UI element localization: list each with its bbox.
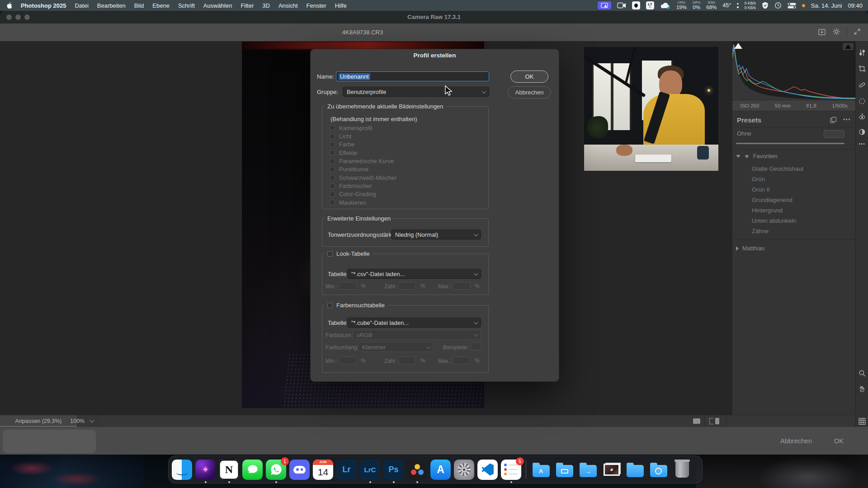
zoom-level[interactable]: 100% (67, 415, 88, 427)
dock-app-store[interactable]: A (430, 460, 451, 480)
ok-button[interactable]: OK (510, 70, 548, 83)
preset-item[interactable]: Glatte Gesichtshaut (752, 165, 803, 172)
tone-mapping-select[interactable]: Niedrig (Normal) (391, 230, 481, 239)
menu-item-3d[interactable]: 3D (262, 2, 270, 9)
creative-cloud-icon[interactable] (660, 2, 670, 9)
edit-sliders-icon[interactable] (858, 49, 866, 56)
calendar-month: JUN (313, 460, 333, 465)
save-image-icon[interactable] (818, 28, 826, 36)
bw-adjust-icon[interactable] (859, 128, 866, 136)
screen-share-icon[interactable] (598, 1, 611, 9)
red-eye-tool-icon[interactable] (859, 113, 866, 120)
look-table-checkbox[interactable] (327, 251, 333, 257)
dock-photos-stack[interactable]: ◆ (601, 460, 622, 480)
preset-item[interactable]: Hintergrund (752, 207, 783, 214)
fullscreen-icon[interactable] (854, 28, 861, 35)
dock-plain-folder[interactable] (625, 460, 645, 480)
preset-amount-box[interactable] (824, 130, 844, 138)
single-view-icon[interactable] (693, 418, 700, 424)
crop-tool-icon[interactable] (859, 65, 866, 72)
dock-calendar[interactable]: JUN 14 (313, 460, 333, 480)
hand-tool-icon[interactable] (859, 385, 866, 392)
menu-item-bild[interactable]: Bild (134, 2, 144, 9)
dock-notion[interactable]: N (219, 460, 239, 480)
menu-item-fenster[interactable]: Fenster (307, 2, 326, 9)
cancel-button[interactable]: Abbrechen (508, 86, 551, 99)
ok-button-footer[interactable]: OK (834, 427, 844, 455)
preset-none-label[interactable]: Ohne (737, 130, 751, 137)
dock-reminders[interactable]: 5 (501, 460, 521, 480)
menu-time[interactable]: 09:40 (848, 2, 863, 9)
view-mode-selector[interactable]: Anpassen (29,3%) (0, 415, 77, 427)
dock-discord[interactable] (289, 460, 310, 480)
menu-item-ebene[interactable]: Ebene (152, 2, 170, 9)
temperature-stat[interactable]: 45° (722, 2, 731, 9)
zoom-chevron-icon[interactable] (90, 418, 94, 422)
ssd-stat[interactable]: SSD68% (706, 1, 717, 10)
dock-whatsapp[interactable]: 1 (266, 460, 286, 480)
dock-vscode[interactable] (477, 460, 498, 480)
look-table-select[interactable]: "*.csv"-Datei laden... (347, 269, 481, 279)
preset-item[interactable]: Grün II (752, 186, 770, 193)
window-title: Camera Raw 17.3.1 (0, 11, 868, 23)
presets-more-icon[interactable]: ••• (843, 117, 851, 123)
name-input[interactable]: Unbenannt (336, 71, 489, 81)
droplet-app-icon[interactable] (632, 1, 640, 9)
menu-item-bearbeiten[interactable]: Bearbeiten (97, 2, 126, 9)
menu-item-auswaehlen[interactable]: Auswählen (203, 2, 232, 9)
color-lookup-checkbox[interactable] (327, 303, 333, 308)
preset-item[interactable]: Grün (752, 176, 765, 183)
preset-item[interactable]: Unten abdunkeln (752, 217, 796, 224)
menu-date[interactable]: Sa. 14. Juni (811, 2, 842, 9)
time-machine-icon[interactable] (774, 2, 782, 9)
dock-downloads-folder[interactable]: ↓ (648, 460, 669, 480)
menu-app-name[interactable]: Photoshop 2025 (21, 2, 66, 9)
cube-table-select[interactable]: "*.cube"-Datei laden... (347, 318, 481, 328)
lt-app-icon[interactable]: LT⌇⌇ (646, 1, 654, 9)
dropover-icon[interactable] (737, 3, 739, 8)
zoom-tool-icon[interactable] (859, 370, 866, 377)
shield-icon[interactable] (762, 2, 769, 9)
control-center-icon[interactable] (788, 3, 796, 9)
matthias-group-header[interactable]: Matthias (736, 245, 764, 252)
dock-messages[interactable] (242, 460, 263, 480)
menu-item-schrift[interactable]: Schrift (178, 2, 195, 9)
dock-trash[interactable] (672, 460, 692, 480)
highlight-clipping-indicator[interactable] (843, 43, 854, 50)
dock-applications-folder[interactable]: A (531, 460, 551, 480)
before-after-view-icon[interactable] (709, 418, 719, 424)
dock-system-settings[interactable] (454, 460, 474, 480)
dock-creative-app[interactable]: ✦ (195, 460, 216, 480)
screen-record-icon[interactable] (617, 2, 626, 9)
checkbox (330, 150, 335, 155)
more-tools-icon[interactable]: ••• (859, 141, 865, 146)
preset-amount-slider[interactable] (736, 143, 844, 144)
dock-lightroom[interactable]: Lr (336, 460, 357, 480)
group-select[interactable]: Benutzerprofile (343, 87, 489, 97)
dock-finder[interactable] (172, 460, 192, 480)
grid-view-icon[interactable] (858, 418, 866, 425)
dock-davinci-resolve[interactable] (407, 460, 427, 480)
preset-item[interactable]: Zähne (752, 228, 769, 235)
cancel-button-footer[interactable]: Abbrechen (780, 427, 812, 455)
healing-tool-icon[interactable] (859, 81, 866, 89)
cpu-stat[interactable]: CPU19% (676, 1, 687, 10)
gpu-stat[interactable]: GPU0% (693, 1, 700, 10)
new-preset-icon[interactable] (830, 117, 837, 123)
menu-item-datei[interactable]: Datei (75, 2, 88, 9)
dock-desktop-folder[interactable] (554, 460, 575, 480)
apple-menu-icon[interactable] (6, 2, 12, 9)
menu-item-hilfe[interactable]: Hilfe (335, 2, 347, 9)
dock-export-folder[interactable]: → (578, 460, 598, 480)
favorites-group-header[interactable]: ★ Favoriten (736, 153, 778, 160)
dock-lightroom-classic[interactable]: LrC (360, 460, 380, 480)
masking-tool-icon[interactable] (859, 98, 866, 105)
menu-item-ansicht[interactable]: Ansicht (278, 2, 298, 9)
network-speed-stat[interactable]: 0 KB/s0 KB/s (745, 1, 756, 10)
preset-item[interactable]: Grundlagenend (752, 197, 793, 203)
menu-item-filter[interactable]: Filter (241, 2, 254, 9)
dock-photoshop[interactable]: Ps (383, 460, 404, 480)
exif-shutter: 1/500s (832, 103, 848, 108)
group-label: Gruppe: (317, 89, 338, 96)
settings-gear-icon[interactable] (832, 28, 840, 36)
